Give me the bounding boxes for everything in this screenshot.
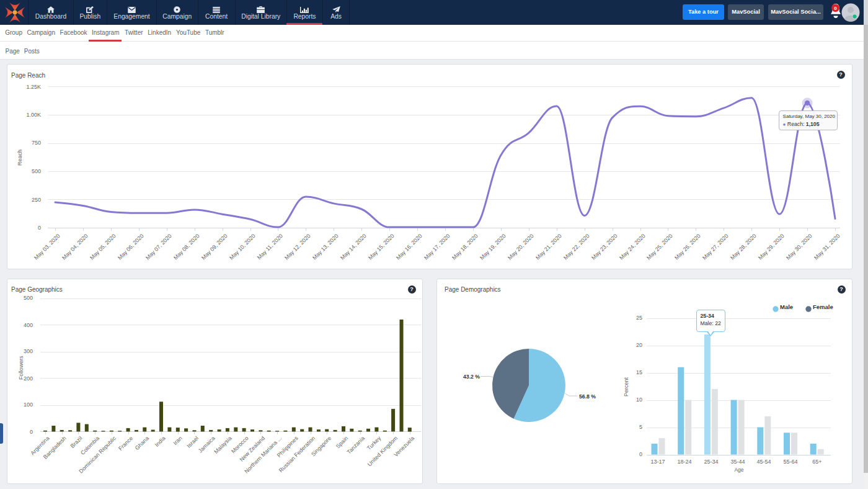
svg-text:0: 0 [834, 6, 837, 11]
